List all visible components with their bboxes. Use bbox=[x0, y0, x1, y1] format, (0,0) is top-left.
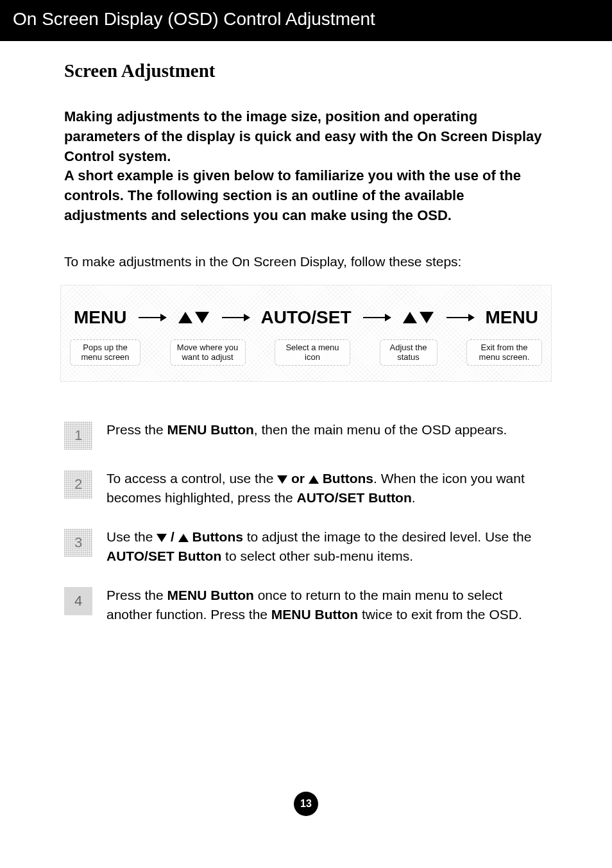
step-text: Press the MENU Button once to return to … bbox=[106, 586, 548, 625]
flow-row: MENU AUTO/SET MENU bbox=[70, 307, 542, 339]
flow-caption-5: Exit from the menu screen. bbox=[466, 339, 542, 366]
flow-caption-3: Select a menu icon bbox=[275, 339, 350, 366]
text: To access a control, use the bbox=[106, 471, 277, 486]
triangle-down-icon bbox=[157, 534, 167, 542]
text: . bbox=[412, 490, 416, 505]
arrow-icon bbox=[363, 317, 390, 318]
flow-label-autoset: AUTO/SET bbox=[260, 307, 351, 328]
arrow-icon bbox=[139, 317, 166, 318]
steps-list: 1 Press the MENU Button, then the main m… bbox=[64, 420, 548, 625]
step-number-badge: 1 bbox=[64, 421, 92, 450]
flow-label-menu-2: MENU bbox=[486, 307, 538, 328]
triangle-down-icon bbox=[420, 312, 434, 323]
flow-caption-2: Move where you want to adjust bbox=[170, 339, 246, 366]
step-number-badge: 4 bbox=[64, 587, 92, 615]
flow-label-menu-1: MENU bbox=[74, 307, 126, 328]
text: to adjust the image to the desired level… bbox=[243, 529, 531, 544]
page-content: Screen Adjustment Making adjustments to … bbox=[0, 41, 612, 867]
arrow-icon bbox=[446, 317, 473, 318]
up-down-icons bbox=[177, 307, 210, 328]
section-title: Screen Adjustment bbox=[64, 60, 548, 81]
triangle-up-icon bbox=[309, 475, 319, 484]
lead-sentence: To make adjustments in the On Screen Dis… bbox=[64, 254, 548, 269]
triangle-down-icon bbox=[277, 475, 287, 484]
bold-slash: / bbox=[167, 529, 178, 544]
flow-captions: Pops up the menu screen Move where you w… bbox=[70, 339, 542, 366]
bold-buttons: Buttons bbox=[189, 529, 243, 544]
page-number-badge: 13 bbox=[294, 792, 318, 816]
bold-menu-button: MENU Button bbox=[167, 588, 254, 602]
bold-autoset-button: AUTO/SET Button bbox=[297, 490, 412, 505]
flow-caption-1: Pops up the menu screen bbox=[70, 339, 140, 366]
bold-autoset-button: AUTO/SET Button bbox=[106, 549, 221, 563]
triangle-up-icon bbox=[178, 534, 189, 542]
step-4: 4 Press the MENU Button once to return t… bbox=[64, 586, 548, 625]
step-text: Press the MENU Button, then the main men… bbox=[106, 420, 548, 439]
page-number-container: 13 bbox=[64, 792, 548, 816]
bold-menu-button: MENU Button bbox=[167, 422, 254, 437]
bold-or: or bbox=[287, 471, 309, 486]
flow-caption-4: Adjust the status bbox=[380, 339, 438, 366]
step-1: 1 Press the MENU Button, then the main m… bbox=[64, 420, 548, 450]
step-text: Use the / Buttons to adjust the image to… bbox=[106, 527, 548, 566]
triangle-down-icon bbox=[195, 312, 209, 323]
step-2: 2 To access a control, use the or Button… bbox=[64, 469, 548, 508]
triangle-up-icon bbox=[178, 312, 192, 323]
page-header: On Screen Display (OSD) Control Adjustme… bbox=[0, 0, 612, 41]
text: Press the bbox=[106, 588, 167, 602]
step-text: To access a control, use the or Buttons.… bbox=[106, 469, 548, 508]
flow-diagram: MENU AUTO/SET MENU Pops up the menu scre… bbox=[60, 285, 552, 382]
intro-paragraph: Making adjustments to the image size, po… bbox=[64, 107, 548, 226]
text: Press the bbox=[106, 422, 167, 437]
bold-menu-button: MENU Button bbox=[271, 607, 358, 622]
step-number-badge: 2 bbox=[64, 470, 92, 498]
bold-buttons: Buttons bbox=[319, 471, 373, 486]
step-3: 3 Use the / Buttons to adjust the image … bbox=[64, 527, 548, 566]
text: to select other sub-menu items. bbox=[221, 549, 413, 563]
step-number-badge: 3 bbox=[64, 529, 92, 557]
triangle-up-icon bbox=[403, 312, 417, 323]
arrow-icon bbox=[222, 317, 249, 318]
text: Use the bbox=[106, 529, 157, 544]
text: twice to exit from the OSD. bbox=[358, 607, 522, 622]
text: , then the main menu of the OSD appears. bbox=[254, 422, 507, 437]
up-down-icons bbox=[402, 307, 435, 328]
